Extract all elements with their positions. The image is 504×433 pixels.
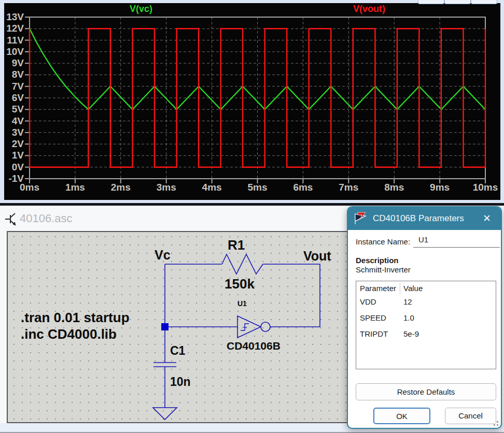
ref-label-r1[interactable]: R1 bbox=[228, 237, 245, 253]
resize-grip[interactable] bbox=[497, 424, 498, 426]
y-axis-tick-label: 6V bbox=[2, 93, 24, 103]
y-axis-tick-label: 0V bbox=[2, 162, 24, 172]
spice-directive-tran[interactable]: .tran 0.01 startup bbox=[21, 310, 130, 326]
dialog-title: CD40106B Parameters bbox=[373, 213, 464, 224]
y-axis-tick-label: 2V bbox=[2, 139, 24, 149]
param-name[interactable]: VDD bbox=[360, 297, 376, 306]
x-axis-tick-label: 9ms bbox=[423, 182, 457, 193]
y-axis-tick-label: 10V bbox=[2, 47, 24, 57]
table-row: SPEED 1.0 bbox=[356, 311, 496, 326]
dialog-title-bar[interactable]: CD40106B Parameters ✕ bbox=[348, 207, 501, 230]
y-axis-tick-label: 11V bbox=[2, 35, 24, 46]
cancel-button[interactable]: Cancel bbox=[445, 408, 496, 424]
inverter-triangle bbox=[237, 316, 261, 338]
y-axis-tick-label: 13V bbox=[2, 12, 24, 22]
param-value[interactable]: 5e-9 bbox=[403, 329, 419, 338]
description-label: Description bbox=[356, 256, 399, 265]
table-row: TRIPDT 5e-9 bbox=[356, 327, 496, 342]
spice-directive-inc[interactable]: .inc CD4000.lib bbox=[21, 326, 117, 342]
net-label-vout[interactable]: Vout bbox=[303, 249, 331, 264]
y-axis-tick-label: 8V bbox=[2, 69, 24, 80]
parameter-table[interactable]: Parameter Value VDD 12 SPEED 1.0 TRIPDT … bbox=[356, 281, 496, 369]
param-name[interactable]: SPEED bbox=[360, 313, 386, 322]
wire-r1-to-vout bbox=[263, 264, 320, 327]
y-axis-tick-label: 3V bbox=[2, 127, 24, 138]
x-axis-tick-label: 8ms bbox=[377, 182, 411, 193]
y-axis-tick-label: 12V bbox=[2, 23, 24, 34]
instance-name-label: Instance Name: bbox=[356, 237, 410, 246]
dialog-close-icon[interactable]: ✕ bbox=[479, 211, 495, 226]
value-label-c1[interactable]: 10n bbox=[170, 375, 191, 389]
value-label-r1[interactable]: 150k bbox=[225, 276, 255, 292]
param-name[interactable]: TRIPDT bbox=[360, 329, 388, 338]
x-axis-tick-label: 4ms bbox=[195, 182, 229, 193]
param-value[interactable]: 1.0 bbox=[403, 313, 414, 322]
x-axis-tick-label: 3ms bbox=[149, 182, 184, 193]
x-axis-tick-label: 7ms bbox=[331, 182, 366, 193]
col-header-parameter: Parameter bbox=[360, 284, 396, 293]
param-value[interactable]: 12 bbox=[403, 297, 412, 306]
ok-button[interactable]: OK bbox=[373, 408, 430, 424]
column-separator[interactable] bbox=[400, 283, 400, 294]
ground-symbol bbox=[153, 408, 177, 420]
ltspice-logo-icon bbox=[353, 211, 369, 226]
waveform-plot[interactable] bbox=[4, 3, 500, 200]
x-axis-tick-label: 6ms bbox=[286, 182, 320, 193]
col-header-value: Value bbox=[403, 284, 423, 293]
instance-name-field[interactable]: U1 bbox=[413, 233, 500, 248]
part-label-cd40106b[interactable]: CD40106B bbox=[227, 340, 281, 352]
y-axis-tick-label: 7V bbox=[2, 81, 24, 92]
y-axis-tick-label: 5V bbox=[2, 104, 24, 114]
x-axis-tick-label: 0ms bbox=[12, 182, 47, 193]
net-label-vc[interactable]: Vc bbox=[155, 248, 171, 263]
resistor-r1-symbol bbox=[222, 254, 263, 274]
schematic-file-icon bbox=[5, 211, 19, 227]
description-value: Schmitt-Inverter bbox=[356, 265, 411, 274]
x-axis-tick-label: 10ms bbox=[468, 182, 502, 193]
y-axis-tick-label: 1V bbox=[2, 150, 24, 161]
table-row: VDD 12 bbox=[356, 295, 496, 310]
x-axis-tick-label: 5ms bbox=[241, 182, 275, 193]
inverter-output-bubble bbox=[261, 322, 270, 331]
ref-label-c1[interactable]: C1 bbox=[170, 344, 185, 358]
restore-defaults-button[interactable]: Restore Defaults bbox=[356, 383, 496, 400]
y-axis-tick-label: 4V bbox=[2, 116, 24, 126]
cd40106b-parameters-dialog: CD40106B Parameters ✕ Instance Name: U1 … bbox=[347, 206, 502, 429]
node-junction-marker bbox=[161, 323, 169, 330]
x-axis-tick-label: 1ms bbox=[58, 182, 92, 193]
ref-label-u1[interactable]: U1 bbox=[237, 299, 247, 308]
x-axis-tick-label: 2ms bbox=[104, 182, 138, 193]
resize-grip[interactable] bbox=[497, 421, 498, 423]
waveform-window: V(vc) V(vout) 13V12V11V10V9V8V7V6V5V4V3V… bbox=[0, 0, 504, 203]
resize-grip[interactable] bbox=[494, 424, 495, 426]
y-axis-tick-label: 9V bbox=[2, 58, 24, 68]
tab-schematic-filename[interactable]: 40106.asc bbox=[20, 212, 73, 225]
